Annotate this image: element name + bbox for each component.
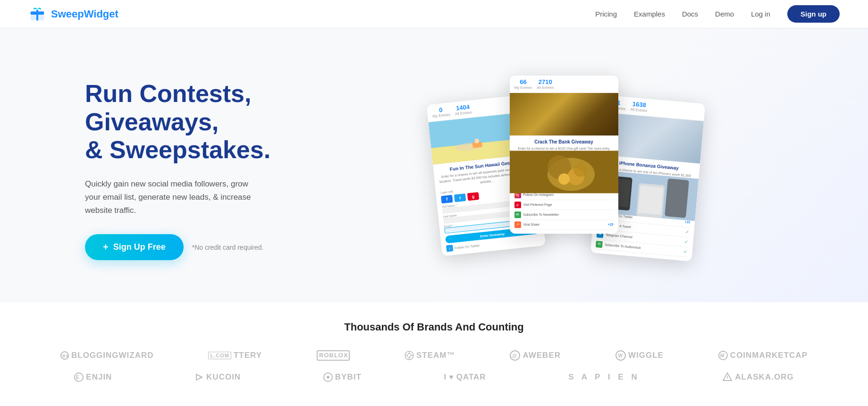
hero-content: Run Contests, Giveaways, & Sweepstakes. …: [85, 80, 312, 261]
aweber-icon: @: [510, 350, 520, 361]
nav-signup-button[interactable]: Sign up: [787, 5, 840, 23]
brands-section: Thousands Of Brands And Counting bw blog…: [0, 302, 868, 406]
brand-alaska: ALASKA.ORG: [722, 372, 793, 382]
mockup-center-image: [510, 93, 618, 135]
plus-icon: +: [103, 242, 109, 253]
logo[interactable]: SweepWidget: [28, 5, 118, 23]
svg-point-12: [558, 173, 570, 185]
mockup-center-header: 66 My Entries 2710 All Entries: [510, 76, 618, 93]
svg-point-25: [407, 354, 411, 357]
mockup-left-stat2: 1404 All Entries: [454, 103, 472, 117]
svg-text:M: M: [720, 353, 725, 358]
mockup-wrapper: 0 My Entries 1404 All Entries: [434, 71, 699, 269]
nav-docs[interactable]: Docs: [682, 10, 698, 18]
brand-qatar: I ♥ Qatar: [444, 372, 486, 382]
svg-rect-18: [638, 186, 663, 215]
mockup-center-stat1: 66 My Entries: [514, 78, 532, 90]
brands-row-2: E ENJIN KUCOIN bybit I ♥ Qatar S A P I E…: [38, 372, 830, 382]
brand-lottery: L.comttery: [208, 351, 262, 360]
brand-sapien: S A P I E N: [568, 372, 640, 382]
alaska-icon: [722, 372, 733, 382]
nav-demo[interactable]: Demo: [715, 10, 734, 18]
svg-point-13: [573, 162, 588, 177]
brand-enjin: E ENJIN: [74, 372, 112, 382]
brand-coinmarketcap: M CoinMarketCap: [718, 351, 808, 360]
coinmarketcap-icon: M: [718, 351, 728, 360]
svg-text:@: @: [512, 353, 517, 358]
svg-point-37: [327, 376, 329, 379]
svg-text:bw: bw: [62, 354, 69, 358]
brand-aweber: @ AWeber: [510, 350, 561, 361]
brands-row-1: bw bloggingwizard L.comttery ROBLOX STEA…: [38, 350, 830, 361]
nav-pricing[interactable]: Pricing: [595, 10, 617, 18]
nav-login[interactable]: Log in: [751, 10, 770, 18]
hero-signup-button[interactable]: + Sign Up Free: [85, 234, 184, 260]
bybit-icon: [323, 372, 333, 382]
brand-kucoin: KUCOIN: [194, 372, 241, 382]
logo-text: SweepWidget: [51, 8, 118, 20]
hero-subtitle: Quickly gain new social media followers,…: [85, 178, 264, 217]
nav: Pricing Examples Docs Demo Log in Sign u…: [595, 5, 840, 23]
hero-signup-label: Sign Up Free: [113, 242, 166, 252]
svg-text:E: E: [76, 375, 80, 380]
wiggle-icon: w: [615, 350, 626, 361]
logo-icon: [28, 5, 46, 23]
brand-wiggle: w wiggle: [615, 350, 664, 361]
brand-roblox: ROBLOX: [317, 350, 350, 361]
mockup-left-stat1: 0 My Entries: [431, 105, 450, 118]
mockup-center-stat2: 2710 All Entries: [537, 78, 554, 90]
svg-rect-2: [36, 9, 38, 20]
hero-title: Run Contests, Giveaways, & Sweepstakes.: [85, 80, 312, 164]
svg-text:ROBLOX: ROBLOX: [319, 352, 348, 359]
no-credit-card-text: *No credit card required.: [192, 244, 264, 251]
steam-icon: [405, 351, 414, 360]
svg-rect-19: [665, 178, 689, 218]
roblox-logo: ROBLOX: [317, 350, 350, 361]
brands-title: Thousands Of Brands And Counting: [38, 321, 830, 333]
brand-bloggingwizard: bw bloggingwizard: [60, 351, 154, 360]
hero-section: Run Contests, Giveaways, & Sweepstakes. …: [0, 28, 868, 302]
brand-bybit: bybit: [323, 372, 362, 382]
brand-steam: STEAM™: [405, 351, 455, 360]
bloggingwizard-icon: bw: [60, 351, 69, 360]
hero-mockups: 0 My Entries 1404 All Entries: [312, 57, 821, 283]
hero-cta-row: + Sign Up Free *No credit card required.: [85, 234, 312, 260]
kucoin-icon: [194, 372, 204, 382]
header: SweepWidget Pricing Examples Docs Demo L…: [0, 0, 868, 28]
enjin-icon: E: [74, 372, 84, 382]
nav-examples[interactable]: Examples: [634, 10, 665, 18]
mockup-right-stat2: 1638 All Entries: [630, 100, 648, 113]
mockup-center: 66 My Entries 2710 All Entries: [510, 76, 618, 234]
